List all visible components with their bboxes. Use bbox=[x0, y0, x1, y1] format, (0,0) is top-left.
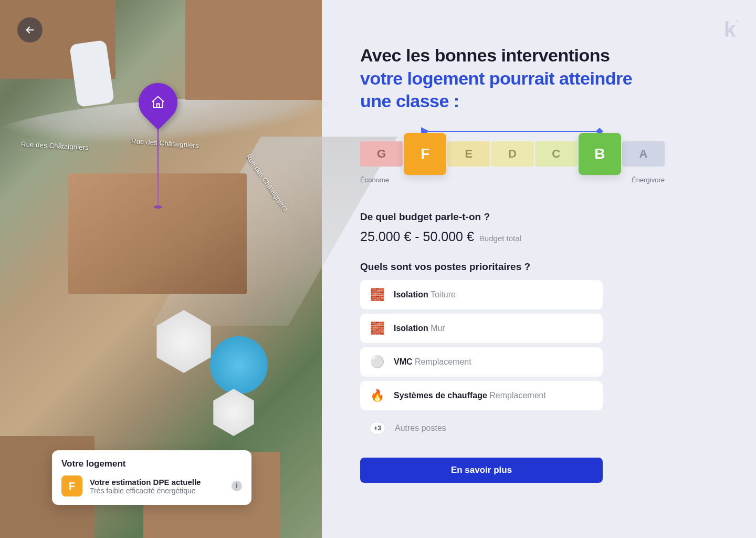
learn-more-button[interactable]: En savoir plus bbox=[360, 458, 603, 483]
priority-light: Mur bbox=[430, 324, 445, 333]
pin-head bbox=[131, 75, 186, 130]
priority-more[interactable]: +3Autres postes bbox=[360, 415, 603, 442]
headline-blue: votre logement pourrait atteindre une cl… bbox=[360, 68, 632, 111]
pin-dot bbox=[154, 205, 162, 209]
dpe-legend-right: Énergivore bbox=[632, 176, 665, 184]
priority-bold: Systèmes de chauffage bbox=[394, 391, 487, 400]
house-icon bbox=[150, 95, 166, 110]
dpe-scale: GFEDCBA Économe Énergivore bbox=[360, 126, 665, 184]
dpe-legend-left: Économe bbox=[360, 176, 389, 184]
dpe-cell-C: C bbox=[535, 141, 578, 167]
map-pin bbox=[139, 83, 177, 209]
headline-dark: Avec les bonnes interventions bbox=[360, 45, 610, 65]
priorities-list: 🧱Isolation Toiture🧱Isolation Mur⚪VMC Rem… bbox=[360, 280, 603, 442]
priority-bold: VMC bbox=[394, 357, 413, 366]
priority-light: Remplacement bbox=[489, 391, 546, 400]
priority-icon: 🔥 bbox=[370, 388, 384, 403]
priority-item[interactable]: ⚪VMC Remplacement bbox=[360, 347, 603, 377]
dpe-cell-B: B bbox=[579, 133, 621, 175]
dpe-cell-A: A bbox=[622, 141, 665, 167]
dpe-cell-F: F bbox=[404, 133, 446, 175]
budget-value: 25.000 € - 50.000 € bbox=[360, 229, 474, 244]
back-button[interactable] bbox=[17, 17, 43, 43]
pin-stem bbox=[158, 119, 159, 205]
pool-decor bbox=[210, 336, 268, 394]
umbrella-decor bbox=[210, 389, 257, 436]
priority-item[interactable]: 🧱Isolation Toiture bbox=[360, 280, 603, 309]
priority-light: Toiture bbox=[430, 290, 456, 299]
more-badge: +3 bbox=[370, 422, 385, 434]
priority-light: Remplacement bbox=[415, 357, 471, 366]
priority-icon: 🧱 bbox=[370, 321, 384, 336]
dpe-cell-D: D bbox=[491, 141, 533, 167]
info-icon[interactable]: i bbox=[232, 481, 242, 491]
dpe-cell-G: G bbox=[360, 141, 403, 167]
budget-heading: De quel budget parle-t-on ? bbox=[360, 211, 665, 223]
priority-item[interactable]: 🔥Systèmes de chauffage Remplacement bbox=[360, 381, 603, 410]
priority-icon: ⚪ bbox=[370, 355, 384, 369]
dpe-estimate-desc: Très faible efficacité énergétique bbox=[90, 487, 224, 495]
right-panel: k° Avec les bonnes interventions votre l… bbox=[322, 0, 756, 538]
roof-decor bbox=[185, 0, 322, 100]
priorities-heading: Quels sont vos postes prioritaires ? bbox=[360, 261, 665, 273]
info-card: Votre logement F Votre estimation DPE ac… bbox=[52, 450, 251, 505]
budget-label: Budget total bbox=[479, 234, 521, 243]
map-panel: Rue des Châtaigniers Rue des Châtaignier… bbox=[0, 0, 322, 538]
dpe-estimate-title: Votre estimation DPE actuelle bbox=[90, 478, 224, 487]
priority-item[interactable]: 🧱Isolation Mur bbox=[360, 314, 603, 343]
dpe-chip-current: F bbox=[61, 475, 82, 496]
arrow-left-icon bbox=[24, 24, 36, 36]
priority-bold: Isolation bbox=[394, 324, 428, 333]
dpe-scale-cells: GFEDCBA bbox=[360, 141, 665, 167]
priority-bold: Isolation bbox=[394, 290, 428, 299]
brand-logo: k° bbox=[724, 18, 737, 42]
dpe-cell-E: E bbox=[447, 141, 490, 167]
priority-icon: 🧱 bbox=[370, 287, 384, 302]
page-headline: Avec les bonnes interventions votre loge… bbox=[360, 44, 665, 113]
priority-more-label: Autres postes bbox=[395, 423, 446, 432]
info-card-title: Votre logement bbox=[61, 459, 242, 469]
